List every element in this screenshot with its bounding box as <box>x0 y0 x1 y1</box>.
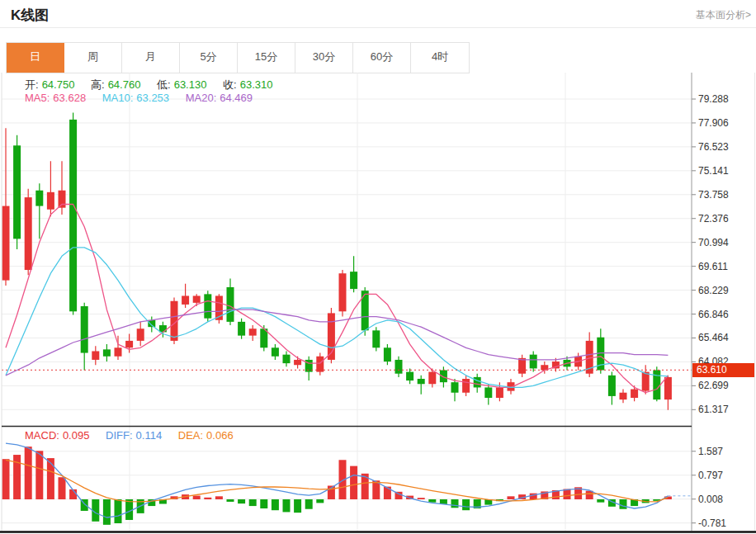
macd-value: 0.095 <box>63 429 90 442</box>
ma5-label: MA5: <box>25 92 50 104</box>
main-axis-label: 77.906 <box>698 117 729 129</box>
high-value: 64.760 <box>108 78 141 91</box>
main-axis-label: 66.846 <box>698 309 729 320</box>
macd-axis-label: -0.781 <box>698 517 726 529</box>
diff-value: 0.114 <box>136 429 163 442</box>
main-axis-label: 69.611 <box>698 261 728 272</box>
macd-label: MACD: <box>25 429 59 442</box>
low-label: 低: <box>157 78 171 91</box>
macd-axis-label: 1.587 <box>698 446 723 457</box>
ma10-value: 63.253 <box>136 92 169 104</box>
ma20-label: MA20: <box>186 92 217 104</box>
ma5-value: 63.628 <box>53 92 86 104</box>
main-axis-label: 70.994 <box>698 237 729 248</box>
low-value: 63.130 <box>174 78 207 91</box>
ma-readout: MA5:63.628 MA10:63.253 MA20:64.469 <box>25 92 256 104</box>
main-axis-label: 76.523 <box>698 141 729 153</box>
main-axis-label: 68.229 <box>698 285 729 296</box>
ma10-label: MA10: <box>102 92 134 104</box>
ohlc-readout: 开:64.750 高:64.760 低:63.130 收:63.310 <box>25 78 276 92</box>
kline-page: K线图 基本面分析> 日周月5分15分30分60分4时 79.28877.906… <box>0 0 756 534</box>
dea-label: DEA: <box>178 429 203 442</box>
main-axis-label: 65.464 <box>698 332 729 343</box>
high-label: 高: <box>91 78 105 91</box>
open-value: 64.750 <box>42 78 75 91</box>
macd-readout: MACD:0.095 DIFF:0.114 DEA:0.066 <box>25 429 237 442</box>
main-axis-label: 61.317 <box>698 404 729 415</box>
close-value: 63.310 <box>240 78 273 91</box>
current-price-badge: 63.610 <box>692 363 754 377</box>
macd-axis-label: 0.797 <box>698 470 723 481</box>
main-axis-label: 79.288 <box>698 93 729 105</box>
main-axis-label: 72.376 <box>698 213 729 224</box>
diff-label: DIFF: <box>106 429 133 442</box>
close-label: 收: <box>223 78 237 91</box>
dea-value: 0.066 <box>206 429 234 442</box>
macd-axis-label: 0.008 <box>698 494 723 505</box>
main-axis-label: 73.758 <box>698 189 729 201</box>
main-axis-label: 75.141 <box>698 165 729 177</box>
main-axis-label: 62.699 <box>698 380 729 391</box>
open-label: 开: <box>25 78 39 91</box>
ma20-value: 64.469 <box>220 92 253 104</box>
